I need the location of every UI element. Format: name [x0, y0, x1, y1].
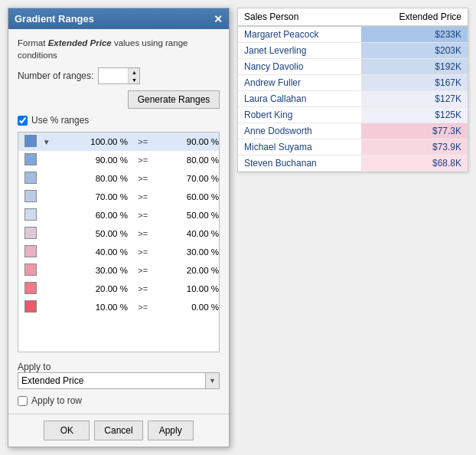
color-cell[interactable]	[18, 133, 43, 151]
arrow-cell	[43, 261, 57, 280]
sales-person-cell: Margaret Peacock	[238, 26, 361, 43]
table-row: Margaret Peacock$233K	[238, 26, 468, 43]
arrow-cell	[43, 151, 57, 169]
to-pct: 30.00 %	[158, 243, 219, 261]
gte-operator: >=	[128, 280, 158, 298]
sales-person-cell: Andrew Fuller	[238, 75, 361, 91]
to-pct: 90.00 %	[158, 133, 219, 151]
color-swatch	[24, 172, 37, 184]
table-row: Andrew Fuller$167K	[238, 75, 468, 91]
table-header-row: Sales Person Extended Price	[238, 8, 468, 26]
gradient-ranges-dialog: Gradient Ranges ✕ Format Extended Price …	[8, 8, 230, 447]
extended-price-cell: $203K	[361, 43, 468, 59]
spin-up-button[interactable]: ▲	[129, 68, 139, 76]
cancel-button[interactable]: Cancel	[94, 421, 142, 440]
apply-to-section: Apply to Extended Price ▼	[18, 358, 220, 389]
apply-to-label: Apply to	[18, 362, 220, 372]
range-row: ▼ 100.00 % >= 90.00 %	[18, 133, 219, 151]
color-cell[interactable]	[18, 261, 43, 280]
table-row: Steven Buchanan$68.8K	[238, 155, 468, 172]
ranges-table-container: ▼ 100.00 % >= 90.00 % 90.00 % >= 80.00 %…	[18, 132, 220, 352]
table-row: Janet Leverling$203K	[238, 43, 468, 59]
range-row: 40.00 % >= 30.00 %	[18, 243, 219, 261]
extended-price-cell: $68.8K	[361, 155, 468, 172]
use-pct-label[interactable]: Use % ranges	[31, 115, 89, 126]
to-pct: 40.00 %	[158, 224, 219, 243]
ok-button[interactable]: OK	[44, 421, 90, 440]
gte-operator: >=	[128, 261, 158, 280]
color-cell[interactable]	[18, 280, 43, 298]
color-swatch	[24, 190, 37, 202]
range-row: 60.00 % >= 50.00 %	[18, 206, 219, 224]
gte-operator: >=	[128, 151, 158, 169]
arrow-cell	[43, 243, 57, 261]
description: Format Extended Price values using range…	[18, 37, 220, 61]
table-row: Robert King$125K	[238, 107, 468, 123]
color-cell[interactable]	[18, 188, 43, 206]
dialog-titlebar: Gradient Ranges ✕	[8, 8, 229, 29]
from-pct: 30.00 %	[57, 261, 128, 280]
ranges-table: ▼ 100.00 % >= 90.00 % 90.00 % >= 80.00 %…	[18, 133, 219, 316]
arrow-cell	[43, 169, 57, 188]
table-row: Laura Callahan$127K	[238, 91, 468, 107]
use-pct-checkbox[interactable]	[18, 116, 28, 126]
range-row: 30.00 % >= 20.00 %	[18, 261, 219, 280]
sales-person-cell: Janet Leverling	[238, 43, 361, 59]
range-row: 10.00 % >= 0.00 %	[18, 298, 219, 316]
arrow-cell	[43, 224, 57, 243]
use-pct-row: Use % ranges	[18, 115, 220, 126]
from-pct: 10.00 %	[57, 298, 128, 316]
num-ranges-input[interactable]: 10	[99, 68, 128, 83]
range-row: 70.00 % >= 60.00 %	[18, 188, 219, 206]
range-row: 50.00 % >= 40.00 %	[18, 224, 219, 243]
to-pct: 0.00 %	[158, 298, 219, 316]
data-table: Sales Person Extended Price Margaret Pea…	[238, 8, 468, 172]
extended-price-cell: $167K	[361, 75, 468, 91]
gte-operator: >=	[128, 206, 158, 224]
range-row: 90.00 % >= 80.00 %	[18, 151, 219, 169]
apply-to-dropdown[interactable]: Extended Price ▼	[18, 372, 220, 389]
from-pct: 100.00 %	[57, 133, 128, 151]
color-cell[interactable]	[18, 243, 43, 261]
extended-price-cell: $192K	[361, 59, 468, 75]
color-swatch	[24, 208, 37, 221]
to-pct: 60.00 %	[158, 188, 219, 206]
dialog-footer: OK Cancel Apply	[8, 414, 229, 447]
num-ranges-row: Number of ranges: 10 ▲ ▼	[18, 67, 220, 84]
apply-to-row-row: Apply to row	[18, 395, 220, 406]
close-button[interactable]: ✕	[214, 14, 223, 25]
from-pct: 50.00 %	[57, 224, 128, 243]
gte-operator: >=	[128, 243, 158, 261]
color-swatch	[24, 227, 37, 239]
arrow-cell	[43, 188, 57, 206]
to-pct: 50.00 %	[158, 206, 219, 224]
apply-button[interactable]: Apply	[148, 421, 194, 440]
apply-to-select[interactable]: Extended Price	[18, 375, 205, 387]
from-pct: 40.00 %	[57, 243, 128, 261]
num-ranges-spinner[interactable]: 10 ▲ ▼	[98, 67, 140, 84]
range-row: 80.00 % >= 70.00 %	[18, 169, 219, 188]
arrow-cell: ▼	[43, 133, 57, 151]
apply-to-row-label[interactable]: Apply to row	[31, 395, 82, 406]
color-cell[interactable]	[18, 224, 43, 243]
table-row: Nancy Davolio$192K	[238, 59, 468, 75]
range-row: 20.00 % >= 10.00 %	[18, 280, 219, 298]
generate-ranges-button[interactable]: Generate Ranges	[128, 90, 220, 109]
color-swatch	[24, 153, 37, 165]
gte-operator: >=	[128, 169, 158, 188]
header-extended-price: Extended Price	[361, 8, 468, 26]
gte-operator: >=	[128, 298, 158, 316]
table-row: Anne Dodsworth$77.3K	[238, 123, 468, 139]
dropdown-arrow-icon[interactable]: ▼	[205, 373, 219, 388]
from-pct: 90.00 %	[57, 151, 128, 169]
gte-operator: >=	[128, 224, 158, 243]
color-cell[interactable]	[18, 169, 43, 188]
to-pct: 20.00 %	[158, 261, 219, 280]
color-swatch	[24, 264, 37, 276]
spin-down-button[interactable]: ▼	[129, 76, 139, 83]
color-cell[interactable]	[18, 206, 43, 224]
color-cell[interactable]	[18, 298, 43, 316]
color-swatch	[24, 245, 37, 257]
apply-to-row-checkbox[interactable]	[18, 396, 28, 406]
color-cell[interactable]	[18, 151, 43, 169]
